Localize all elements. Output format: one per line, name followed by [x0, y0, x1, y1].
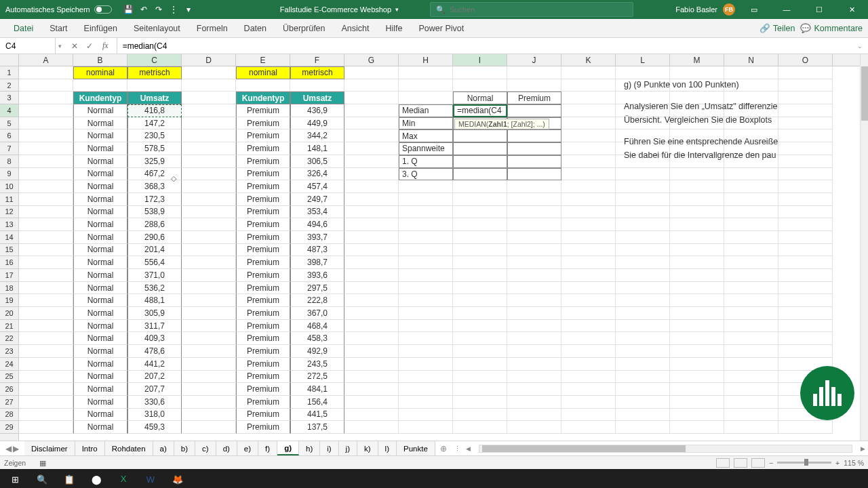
cell-J3[interactable]: Premium [507, 92, 561, 104]
row-header-21[interactable]: 21 [0, 320, 18, 333]
cell-L11[interactable] [616, 193, 670, 206]
row-header-26[interactable]: 26 [0, 383, 18, 396]
add-sheet-button[interactable]: ⊕ [435, 444, 452, 453]
fx-icon[interactable]: fx [98, 41, 113, 51]
cell-C1[interactable]: metrisch [127, 66, 182, 79]
row-header-15[interactable]: 15 [0, 244, 18, 257]
cell-D23[interactable] [182, 345, 236, 358]
row-header-13[interactable]: 13 [0, 218, 18, 231]
row-header-1[interactable]: 1 [0, 66, 18, 79]
cell-B27[interactable]: Normal [73, 396, 127, 409]
cell-C26[interactable]: 207,7 [127, 383, 182, 396]
cell-G6[interactable] [344, 129, 399, 142]
cell-L12[interactable] [616, 206, 670, 219]
cell-J25[interactable] [507, 371, 561, 384]
cell-I25[interactable] [453, 371, 507, 384]
cell-D26[interactable] [182, 383, 236, 396]
cell-E16[interactable]: Premium [236, 256, 290, 269]
cell-N17[interactable] [724, 269, 778, 282]
row-header-23[interactable]: 23 [0, 345, 18, 358]
cell-I11[interactable] [453, 193, 507, 206]
cell-E2[interactable] [236, 79, 290, 92]
cell-J17[interactable] [507, 269, 561, 282]
autosave-toggle[interactable]: Automatisches Speichern [0, 5, 117, 14]
cell-D5[interactable] [182, 117, 236, 130]
cell-I7[interactable] [453, 142, 507, 155]
cell-H16[interactable] [399, 256, 453, 269]
cell-G5[interactable] [344, 117, 399, 130]
cell-J26[interactable] [507, 383, 561, 396]
cell-C11[interactable]: 172,3 [127, 193, 182, 206]
cell-C17[interactable]: 371,0 [127, 269, 182, 282]
col-header-A[interactable]: A [19, 54, 73, 66]
sheet-tab-Intro[interactable]: Intro [75, 441, 105, 455]
cell-J11[interactable] [507, 193, 561, 206]
cell-J19[interactable] [507, 294, 561, 307]
cell-J2[interactable] [507, 79, 561, 92]
cell-L16[interactable] [616, 256, 670, 269]
cell-A5[interactable] [19, 117, 73, 130]
cell-J13[interactable] [507, 218, 561, 231]
cell-F18[interactable]: 297,5 [290, 282, 344, 295]
cell-B12[interactable]: Normal [73, 206, 127, 219]
firefox-taskbar-icon[interactable]: 🦊 [165, 469, 190, 488]
cell-G20[interactable] [344, 307, 399, 320]
cell-B10[interactable]: Normal [73, 180, 127, 193]
cell-F14[interactable]: 393,7 [290, 231, 344, 244]
row-header-11[interactable]: 11 [0, 193, 18, 206]
col-header-K[interactable]: K [561, 54, 616, 66]
cell-N28[interactable] [724, 409, 778, 422]
cell-L17[interactable] [616, 269, 670, 282]
cell-G25[interactable] [344, 371, 399, 384]
cell-H20[interactable] [399, 307, 453, 320]
cell-D8[interactable] [182, 155, 236, 168]
cell-A21[interactable] [19, 320, 73, 333]
row-header-16[interactable]: 16 [0, 256, 18, 269]
cell-E17[interactable]: Premium [236, 269, 290, 282]
cell-A10[interactable] [19, 180, 73, 193]
cell-I28[interactable] [453, 409, 507, 422]
cell-E29[interactable]: Premium [236, 421, 290, 434]
cell-M15[interactable] [670, 244, 724, 257]
tab-start[interactable]: Start [41, 19, 75, 37]
cell-M26[interactable] [670, 383, 724, 396]
cell-L24[interactable] [616, 358, 670, 371]
cell-D28[interactable] [182, 409, 236, 422]
cell-F23[interactable]: 492,9 [290, 345, 344, 358]
col-header-D[interactable]: D [182, 54, 236, 66]
cell-I15[interactable] [453, 244, 507, 257]
cell-A22[interactable] [19, 332, 73, 345]
chevron-down-icon[interactable]: ▾ [395, 6, 399, 13]
cell-O21[interactable] [778, 320, 833, 333]
excel-taskbar-icon[interactable]: X [111, 469, 136, 488]
row-header-12[interactable]: 12 [0, 206, 18, 219]
cell-C3[interactable]: Umsatz [127, 92, 182, 104]
cell-I12[interactable] [453, 206, 507, 219]
cell-E25[interactable]: Premium [236, 371, 290, 384]
cell-A25[interactable] [19, 371, 73, 384]
cell-L20[interactable] [616, 307, 670, 320]
cell-K13[interactable] [561, 218, 616, 231]
cell-J7[interactable] [507, 142, 561, 155]
cell-C19[interactable]: 488,1 [127, 294, 182, 307]
row-header-22[interactable]: 22 [0, 332, 18, 345]
cell-L18[interactable] [616, 282, 670, 295]
cell-C27[interactable]: 330,6 [127, 396, 182, 409]
cell-G15[interactable] [344, 244, 399, 257]
row-header-28[interactable]: 28 [0, 409, 18, 422]
cell-O11[interactable] [778, 193, 833, 206]
cell-E10[interactable]: Premium [236, 180, 290, 193]
cell-N13[interactable] [724, 218, 778, 231]
cell-N10[interactable] [724, 180, 778, 193]
cell-C21[interactable]: 311,7 [127, 320, 182, 333]
cell-D19[interactable] [182, 294, 236, 307]
cell-E26[interactable]: Premium [236, 383, 290, 396]
cell-I8[interactable] [453, 155, 507, 168]
cell-J9[interactable] [507, 168, 561, 181]
cell-I6[interactable] [453, 129, 507, 142]
cell-O22[interactable] [778, 332, 833, 345]
cell-B7[interactable]: Normal [73, 142, 127, 155]
sheet-tab-Disclaimer[interactable]: Disclaimer [24, 441, 75, 455]
cell-G21[interactable] [344, 320, 399, 333]
cell-I29[interactable] [453, 421, 507, 434]
